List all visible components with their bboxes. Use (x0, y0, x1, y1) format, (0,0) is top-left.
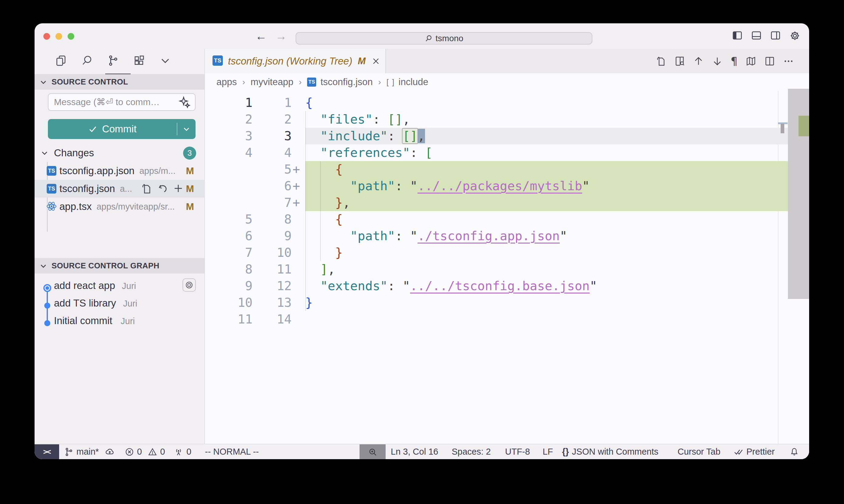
modified-line-number: 13 (253, 294, 292, 311)
open-file-icon[interactable] (655, 56, 666, 67)
graph-commit-row[interactable]: add react app Juri (35, 277, 205, 295)
change-row-tsconfig-json[interactable]: TS tsconfig.json a... M (35, 180, 205, 197)
code-line-14[interactable]: 1114 (205, 311, 809, 328)
code-text: } (305, 294, 313, 311)
breadcrumb-apps[interactable]: apps (217, 77, 237, 88)
code-line-6[interactable]: 6+ "path": "../../packages/mytslib" (205, 178, 809, 195)
code-line-9[interactable]: 69 "path": "./tsconfig.app.json" (205, 228, 809, 245)
remote-indicator[interactable]: >< (35, 444, 59, 459)
code-line-13[interactable]: 1013} (205, 294, 809, 311)
extensions-icon[interactable] (133, 55, 145, 66)
zoom-indicator[interactable] (360, 444, 385, 459)
stage-changes-icon[interactable] (173, 183, 184, 194)
editor-actions: ¶ (655, 49, 794, 73)
code-line-8[interactable]: 58 { (205, 211, 809, 228)
vscode-window: ← → tsmono SOURCE CONTROL Message (⌘⏎ to… (35, 23, 809, 459)
split-editor-icon[interactable] (764, 56, 775, 67)
whitespace-toggle-icon[interactable]: ¶ (730, 55, 738, 67)
explorer-icon[interactable] (55, 55, 67, 66)
tab-strip: TS tsconfig.json (Working Tree) M ¶ (205, 49, 809, 73)
next-change-icon[interactable] (712, 56, 723, 67)
change-row-tsconfig-app-json[interactable]: TS tsconfig.app.json apps/m... M (35, 162, 205, 180)
errors-count: 0 (137, 447, 142, 457)
search-icon (425, 35, 433, 42)
source-control-graph-header[interactable]: SOURCE CONTROL GRAPH (35, 258, 205, 273)
modified-line-number: 10 (253, 245, 292, 261)
vim-mode-indicator[interactable]: -- NORMAL -- (205, 444, 259, 459)
commit-message-input[interactable]: Message (⌘⏎ to comm… (48, 93, 195, 111)
diff-editor[interactable]: 11{22 "files": [],33 "include": [],44 "r… (205, 91, 809, 444)
commit-button[interactable]: Commit (48, 119, 195, 139)
sparkle-icon[interactable] (178, 96, 191, 108)
chevron-down-icon[interactable] (159, 55, 171, 66)
code-line-11[interactable]: 811 ], (205, 261, 809, 278)
original-line-number: 2 (205, 111, 253, 128)
open-file-icon[interactable] (141, 183, 152, 195)
close-tab-icon[interactable] (372, 57, 380, 66)
code-area[interactable]: 11{22 "files": [],33 "include": [],44 "r… (205, 94, 809, 328)
minimize-window-button[interactable] (55, 33, 62, 40)
breadcrumb-myviteapp[interactable]: myviteapp (251, 77, 293, 88)
code-line-3[interactable]: 33 "include": [], (205, 128, 809, 144)
modified-line-number: 1 (253, 94, 292, 111)
change-row-app-tsx[interactable]: app.tsx apps/myviteapp/sr... M (35, 198, 205, 215)
more-actions-icon[interactable] (783, 56, 794, 67)
code-text: } (305, 245, 343, 261)
goto-head-button[interactable] (183, 278, 196, 292)
toggle-sidebar-icon[interactable] (732, 30, 743, 41)
added-line-plus: + (293, 178, 300, 195)
breadcrumb-file[interactable]: tsconfig.json (321, 77, 373, 88)
file-name: app.tsx (59, 201, 91, 212)
settings-gear-icon[interactable] (789, 30, 800, 41)
inline-view-icon[interactable] (674, 56, 685, 67)
code-line-1[interactable]: 11{ (205, 94, 809, 111)
changes-header-row[interactable]: Changes (35, 144, 205, 162)
command-center-search[interactable]: tsmono (296, 32, 592, 44)
ports-indicator[interactable]: 0 (174, 444, 191, 459)
graph-commit-row[interactable]: add TS library Juri (35, 295, 205, 312)
original-line-number: 7 (205, 245, 253, 261)
code-line-4[interactable]: 44 "references": [ (205, 144, 809, 161)
cursor-tab-indicator[interactable]: Cursor Tab (677, 444, 720, 459)
map-icon[interactable] (745, 56, 756, 67)
commit-author: Juri (121, 316, 135, 326)
modified-badge: M (186, 183, 194, 195)
previous-change-icon[interactable] (693, 56, 704, 67)
search-icon[interactable] (81, 55, 93, 66)
close-window-button[interactable] (44, 33, 50, 40)
maximize-window-button[interactable] (68, 33, 74, 40)
graph-commit-row[interactable]: Initial commit Juri (35, 312, 205, 330)
status-bar: >< main* 0 0 0 -- NORMAL -- Ln 3, Col 16… (35, 444, 809, 459)
commit-message: Initial commit (54, 315, 113, 326)
breadcrumb-symbol[interactable]: include (399, 77, 428, 88)
commit-dropdown-button[interactable] (177, 125, 195, 133)
code-line-12[interactable]: 912 "extends": "../../tsconfig.base.json… (205, 278, 809, 294)
code-text: { (305, 161, 343, 178)
tab-title: tsconfig.json (Working Tree) (228, 55, 352, 67)
encoding-indicator[interactable]: UTF-8 (505, 444, 530, 459)
modified-line-number: 11 (253, 261, 292, 278)
source-control-icon[interactable] (107, 55, 119, 66)
language-mode[interactable]: {}JSON with Comments (562, 444, 658, 459)
tab-tsconfig-json-working-tree[interactable]: TS tsconfig.json (Working Tree) M (205, 49, 386, 73)
forward-button[interactable]: → (275, 30, 287, 42)
toggle-secondary-sidebar-icon[interactable] (770, 30, 781, 41)
code-line-7[interactable]: 7+ }, (205, 195, 809, 211)
eol-indicator[interactable]: LF (542, 444, 553, 459)
notifications-bell[interactable] (789, 444, 799, 459)
source-control-section-header[interactable]: SOURCE CONTROL (35, 74, 205, 90)
discard-changes-icon[interactable] (158, 183, 169, 194)
original-line-number: 8 (205, 261, 253, 278)
added-line-highlight (305, 195, 788, 211)
code-line-5[interactable]: 5+ { (205, 161, 809, 178)
chevron-down-icon (39, 262, 47, 270)
back-button[interactable]: ← (255, 30, 267, 42)
toggle-panel-icon[interactable] (751, 30, 762, 41)
formatter-indicator[interactable]: Prettier (734, 444, 775, 459)
code-line-2[interactable]: 22 "files": [], (205, 111, 809, 128)
indentation-indicator[interactable]: Spaces: 2 (452, 444, 491, 459)
cursor-position[interactable]: Ln 3, Col 16 (391, 444, 438, 459)
branch-indicator[interactable]: main* (64, 444, 115, 459)
code-line-10[interactable]: 710 } (205, 245, 809, 261)
problems-indicator[interactable]: 0 0 (125, 444, 165, 459)
